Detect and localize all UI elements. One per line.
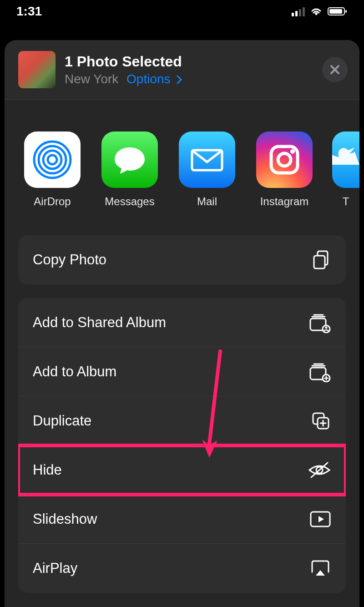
action-group-secondary: Add to Shared Album Add to Album Duplica… [18, 298, 346, 593]
close-button[interactable] [322, 57, 348, 82]
instagram-icon [256, 132, 313, 188]
action-label: Duplicate [33, 413, 91, 429]
options-link[interactable]: Options [126, 72, 183, 86]
messages-icon [101, 132, 158, 188]
share-header-title: 1 Photo Selected [65, 53, 313, 70]
action-duplicate[interactable]: Duplicate [18, 396, 346, 445]
svg-point-3 [48, 155, 57, 164]
action-label: AirPlay [33, 560, 77, 577]
status-indicators [292, 6, 348, 16]
airdrop-icon [24, 132, 81, 188]
share-header-location: New York [65, 72, 118, 86]
app-instagram[interactable]: Instagram [255, 132, 314, 208]
share-header-subtitle: New York Options [65, 72, 313, 86]
cellular-icon [292, 6, 305, 16]
action-label: Copy Photo [33, 252, 106, 268]
shared-album-icon [308, 312, 331, 333]
action-label: Add to Shared Album [33, 314, 166, 331]
svg-point-13 [323, 325, 330, 333]
mail-icon [179, 132, 235, 188]
battery-icon [328, 6, 348, 16]
action-label: Hide [33, 462, 62, 478]
action-slideshow[interactable]: Slideshow [18, 495, 346, 544]
twitter-icon [332, 132, 359, 188]
app-airdrop[interactable]: AirDrop [23, 132, 82, 208]
action-copy-photo[interactable]: Copy Photo [18, 235, 346, 284]
duplicate-icon [310, 410, 331, 431]
action-group-primary: Copy Photo [18, 235, 346, 284]
close-icon [329, 64, 340, 75]
chevron-right-icon [176, 75, 183, 84]
app-twitter-partial[interactable]: T [332, 132, 359, 208]
svg-rect-2 [345, 10, 347, 13]
album-add-icon [308, 361, 331, 382]
wifi-icon [309, 6, 323, 16]
app-label: Mail [197, 195, 217, 208]
share-sheet: 1 Photo Selected New York Options [5, 40, 359, 607]
copy-icon [310, 249, 331, 270]
slideshow-icon [309, 511, 331, 528]
action-airplay[interactable]: AirPlay [18, 544, 346, 593]
action-hide[interactable]: Hide [18, 445, 346, 495]
action-add-shared-album[interactable]: Add to Shared Album [18, 298, 346, 347]
status-time: 1:31 [16, 4, 42, 19]
hide-icon [308, 461, 331, 479]
share-actions: Copy Photo Add to Shared Album Add to Al… [5, 222, 359, 593]
selected-photo-thumbnail[interactable] [18, 51, 56, 88]
app-label: T [343, 195, 349, 208]
airplay-icon [309, 559, 331, 577]
app-mail[interactable]: Mail [177, 132, 237, 208]
app-label: AirDrop [34, 195, 71, 208]
action-add-album[interactable]: Add to Album [18, 347, 346, 396]
svg-point-14 [325, 326, 328, 329]
svg-rect-11 [314, 256, 325, 268]
app-messages[interactable]: Messages [100, 132, 159, 208]
share-app-row: AirDrop Messages Mail Instagram T [5, 100, 359, 222]
svg-point-9 [278, 153, 291, 166]
svg-line-20 [311, 463, 328, 477]
svg-rect-1 [329, 9, 342, 14]
app-label: Messages [105, 195, 154, 208]
app-label: Instagram [260, 195, 309, 208]
status-bar: 1:31 [0, 0, 364, 23]
svg-point-10 [290, 149, 295, 154]
options-label: Options [126, 72, 171, 86]
action-label: Slideshow [33, 511, 97, 527]
share-sheet-header: 1 Photo Selected New York Options [5, 40, 359, 100]
svg-point-4 [43, 151, 61, 169]
action-label: Add to Album [33, 364, 116, 380]
